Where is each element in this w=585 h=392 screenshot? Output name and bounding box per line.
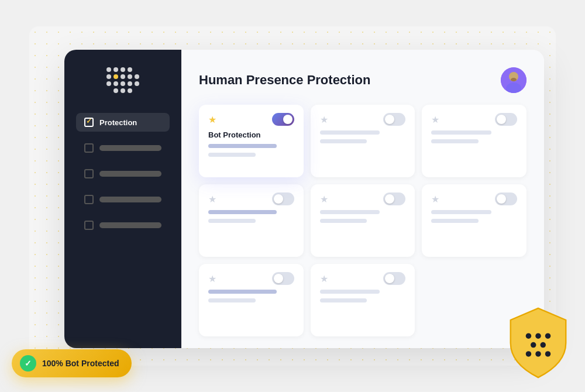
card-bar	[208, 210, 277, 214]
avatar-svg	[501, 67, 526, 93]
card2-toggle[interactable]	[383, 113, 405, 126]
badge-text: 100% Bot Protected	[42, 359, 119, 368]
logo-dot	[106, 81, 111, 86]
item5-checkbox-icon	[84, 221, 94, 230]
logo-dots	[106, 67, 139, 93]
svg-point-5	[535, 333, 541, 338]
card-bar-1	[208, 144, 277, 148]
card-top-row-3: ★	[431, 113, 517, 126]
star-icon: ★	[208, 114, 216, 125]
protection-checkbox-icon	[84, 118, 94, 127]
toggle-knob	[385, 274, 394, 283]
bot-protection-title: Bot Protection	[208, 130, 294, 139]
item2-checkbox-icon	[84, 143, 94, 153]
card-bar-2	[208, 153, 256, 157]
sidebar-item-bar-5	[99, 222, 161, 228]
logo-dot	[128, 81, 132, 86]
logo-dot	[113, 81, 118, 86]
card5-toggle[interactable]	[383, 192, 405, 205]
sidebar: Protection	[64, 50, 181, 348]
logo-dot	[135, 74, 139, 79]
main-card: Protection	[64, 50, 544, 348]
toggle-knob	[385, 194, 394, 204]
star-empty-icon: ★	[208, 273, 216, 284]
protection-card-4: ★	[199, 184, 304, 257]
star-empty-icon: ★	[320, 273, 328, 284]
logo-dot	[128, 74, 132, 79]
svg-point-11	[545, 351, 550, 356]
card6-toggle[interactable]	[495, 192, 517, 205]
toggle-knob	[497, 194, 506, 204]
toggle-knob	[283, 115, 292, 124]
card7-toggle[interactable]	[272, 272, 294, 285]
card-bar	[431, 130, 491, 135]
bot-protection-card: ★ Bot Protection	[199, 105, 304, 177]
card-top-row-7: ★	[208, 272, 294, 285]
toggle-knob	[274, 274, 283, 283]
logo-dot	[128, 67, 132, 72]
card-bar	[208, 290, 277, 294]
shield-decoration	[503, 305, 573, 383]
protection-card-7: ★	[199, 264, 304, 336]
card4-toggle[interactable]	[272, 192, 294, 205]
card3-toggle[interactable]	[495, 113, 517, 126]
card-bar	[320, 210, 380, 214]
star-empty-icon: ★	[320, 114, 328, 125]
star-empty-icon: ★	[208, 194, 216, 205]
logo-dot	[113, 67, 118, 72]
sidebar-item-label: Protection	[99, 118, 137, 127]
svg-point-7	[531, 342, 536, 348]
logo-area	[106, 67, 139, 93]
sidebar-nav: Protection	[76, 113, 170, 235]
card-bar	[320, 298, 367, 302]
star-empty-icon: ★	[431, 114, 439, 125]
star-empty-icon: ★	[320, 194, 328, 205]
sidebar-item-4[interactable]	[76, 190, 170, 209]
logo-dot	[106, 74, 111, 79]
svg-point-4	[526, 333, 531, 338]
toggle-knob	[497, 115, 506, 124]
card8-toggle[interactable]	[383, 272, 405, 285]
card-bar	[320, 139, 367, 143]
logo-dot	[121, 88, 125, 93]
notification-badge: ✓ 100% Bot Protected	[12, 349, 132, 377]
card-bar	[431, 210, 491, 214]
toggle-knob	[385, 115, 394, 124]
sidebar-item-bar-2	[99, 145, 161, 151]
logo-dot	[121, 81, 125, 86]
card-bar	[320, 219, 367, 223]
sidebar-item-2[interactable]	[76, 139, 170, 157]
sidebar-item-5[interactable]	[76, 216, 170, 235]
protection-card-6: ★	[422, 184, 526, 257]
protection-grid: ★ Bot Protection ★	[199, 105, 526, 336]
bot-protection-toggle[interactable]	[272, 113, 294, 126]
card-bar	[320, 290, 380, 294]
protection-card-2: ★	[311, 105, 415, 177]
avatar	[501, 67, 526, 93]
svg-point-8	[541, 342, 546, 348]
sidebar-item-bar-4	[99, 197, 161, 202]
card-top-row-6: ★	[431, 192, 517, 205]
logo-dot	[106, 67, 111, 72]
card-top-row-5: ★	[320, 192, 406, 205]
card-bar	[208, 219, 256, 223]
item3-checkbox-icon	[84, 169, 94, 178]
card-top-row-8: ★	[320, 272, 406, 285]
card-bar	[320, 130, 380, 135]
protection-card-3: ★	[422, 105, 526, 177]
logo-dot	[113, 88, 118, 93]
shield-icon	[503, 305, 573, 381]
logo-dot	[135, 81, 139, 86]
card-top-row-2: ★	[320, 113, 406, 126]
card-bar	[431, 219, 479, 223]
card-bar	[431, 139, 479, 143]
main-content: Human Presence Protection	[181, 50, 544, 348]
star-empty-icon: ★	[431, 194, 439, 205]
card-bar	[208, 298, 256, 302]
logo-dot	[128, 88, 132, 93]
svg-point-3	[511, 78, 517, 81]
logo-dot	[121, 67, 125, 72]
sidebar-item-3[interactable]	[76, 164, 170, 183]
protection-card-5: ★	[311, 184, 415, 257]
sidebar-item-protection[interactable]: Protection	[76, 113, 170, 132]
